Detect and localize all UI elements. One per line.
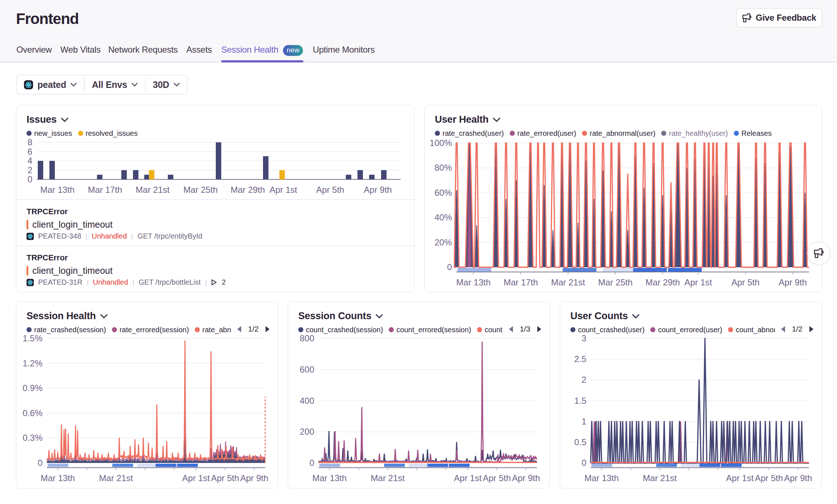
svg-text:Mar 21st: Mar 21st xyxy=(136,185,170,195)
svg-text:Apr 9th: Apr 9th xyxy=(784,473,812,483)
svg-text:2: 2 xyxy=(28,165,32,175)
svg-text:800: 800 xyxy=(300,334,314,343)
svg-text:0: 0 xyxy=(38,458,43,468)
svg-text:Apr 1st: Apr 1st xyxy=(454,473,482,483)
svg-text:0.6%: 0.6% xyxy=(23,408,43,418)
svg-text:Mar 13th: Mar 13th xyxy=(456,277,491,287)
svg-text:Mar 17th: Mar 17th xyxy=(504,277,538,287)
svg-text:Mar 13th: Mar 13th xyxy=(40,185,75,195)
svg-text:Apr 9th: Apr 9th xyxy=(240,473,268,483)
svg-text:0: 0 xyxy=(582,458,586,468)
svg-text:0.9%: 0.9% xyxy=(23,383,43,393)
svg-text:Mar 25th: Mar 25th xyxy=(183,185,218,195)
svg-text:Apr 5th: Apr 5th xyxy=(483,473,511,483)
svg-text:40%: 40% xyxy=(434,212,452,222)
svg-text:60%: 60% xyxy=(434,188,452,198)
svg-text:Mar 13th: Mar 13th xyxy=(41,473,75,483)
svg-text:6: 6 xyxy=(28,147,32,157)
svg-text:Mar 29th: Mar 29th xyxy=(231,185,265,195)
svg-text:8: 8 xyxy=(28,138,32,147)
svg-text:2: 2 xyxy=(582,375,586,385)
svg-text:Mar 29th: Mar 29th xyxy=(646,277,680,287)
svg-text:Apr 9th: Apr 9th xyxy=(364,185,392,195)
svg-text:Mar 13th: Mar 13th xyxy=(585,473,619,483)
svg-text:Apr 5th: Apr 5th xyxy=(316,185,344,195)
svg-text:100%: 100% xyxy=(430,138,452,148)
svg-text:Mar 21st: Mar 21st xyxy=(371,473,405,483)
svg-text:Apr 9th: Apr 9th xyxy=(779,277,807,287)
svg-text:Mar 21st: Mar 21st xyxy=(99,473,133,483)
svg-text:Apr 1st: Apr 1st xyxy=(182,473,210,483)
svg-text:0.3%: 0.3% xyxy=(23,433,43,443)
svg-text:80%: 80% xyxy=(434,163,452,172)
svg-text:Apr 1st: Apr 1st xyxy=(270,185,297,195)
svg-text:Mar 21st: Mar 21st xyxy=(551,277,585,287)
svg-text:20%: 20% xyxy=(434,237,452,247)
svg-text:Mar 25th: Mar 25th xyxy=(598,277,633,287)
svg-text:Apr 5th: Apr 5th xyxy=(211,473,239,483)
svg-text:1.5: 1.5 xyxy=(574,396,586,406)
svg-text:0: 0 xyxy=(447,262,452,272)
svg-text:200: 200 xyxy=(300,427,314,436)
svg-text:0.5: 0.5 xyxy=(574,437,586,447)
svg-text:Mar 21st: Mar 21st xyxy=(643,473,677,483)
svg-text:Apr 5th: Apr 5th xyxy=(755,473,783,483)
svg-text:Mar 13th: Mar 13th xyxy=(312,473,347,483)
svg-text:3: 3 xyxy=(582,334,586,343)
svg-text:1.5%: 1.5% xyxy=(23,334,43,343)
svg-text:Mar 17th: Mar 17th xyxy=(88,185,122,195)
svg-text:1: 1 xyxy=(582,416,586,426)
svg-text:Apr 1st: Apr 1st xyxy=(684,277,712,287)
svg-text:Apr 1st: Apr 1st xyxy=(726,473,754,483)
svg-text:400: 400 xyxy=(300,396,314,406)
svg-text:4: 4 xyxy=(28,156,32,166)
svg-text:Apr 9th: Apr 9th xyxy=(512,473,540,483)
svg-text:0: 0 xyxy=(310,458,314,468)
svg-text:2.5: 2.5 xyxy=(574,354,586,364)
svg-text:0: 0 xyxy=(28,174,32,184)
svg-text:Apr 5th: Apr 5th xyxy=(731,277,759,287)
svg-text:600: 600 xyxy=(300,365,314,374)
svg-text:1.2%: 1.2% xyxy=(23,358,43,368)
